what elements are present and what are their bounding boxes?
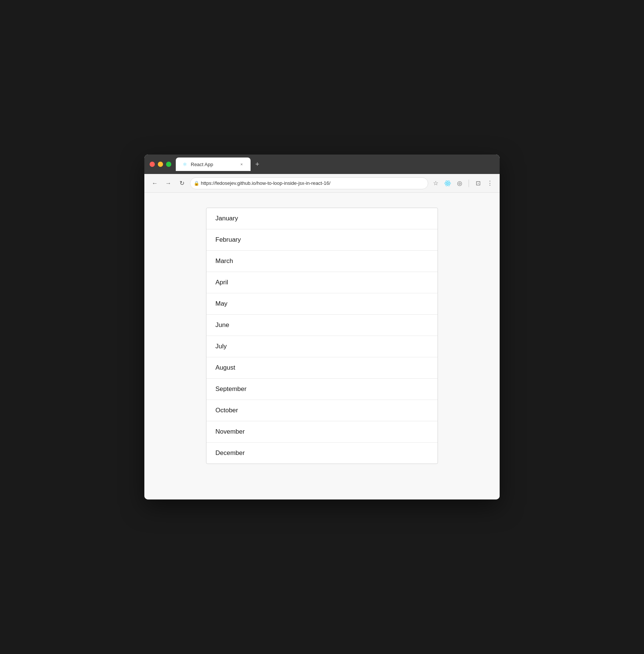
minimize-button[interactable] (158, 162, 163, 167)
address-input-wrapper: 🔒 (190, 177, 428, 189)
maximize-button[interactable] (166, 162, 171, 167)
list-item: March (206, 251, 438, 272)
close-button[interactable] (150, 162, 155, 167)
bookmark-icon[interactable]: ☆ (431, 179, 440, 188)
tab-close-button[interactable]: × (239, 161, 245, 167)
menu-icon[interactable]: ⋮ (485, 179, 494, 188)
list-item: August (206, 357, 438, 379)
list-item: October (206, 400, 438, 421)
list-item: July (206, 336, 438, 357)
separator (469, 180, 469, 187)
cast-icon[interactable]: ⊡ (473, 179, 482, 188)
title-bar: ⚛ React App × + (144, 155, 500, 174)
list-item: September (206, 379, 438, 400)
tab-title: React App (191, 162, 236, 167)
list-item: May (206, 293, 438, 315)
months-table: JanuaryFebruaryMarchAprilMayJuneJulyAugu… (206, 208, 438, 464)
address-icons: ☆ ◎ ⊡ ⋮ (431, 179, 494, 188)
list-item: June (206, 315, 438, 336)
back-button[interactable]: ← (150, 178, 160, 189)
list-item: January (206, 208, 438, 229)
traffic-lights (150, 162, 171, 167)
new-tab-button[interactable]: + (252, 159, 263, 169)
forward-button[interactable]: → (163, 178, 174, 189)
svg-point-0 (447, 183, 448, 184)
list-item: December (206, 443, 438, 464)
react-icon: ⚛ (183, 161, 187, 167)
address-bar: ← → ↻ 🔒 ☆ ◎ ⊡ ⋮ (144, 174, 500, 193)
focus-icon[interactable]: ◎ (455, 179, 464, 188)
browser-window: ⚛ React App × + ← → ↻ 🔒 ☆ (144, 155, 500, 499)
list-item: February (206, 229, 438, 251)
list-item: November (206, 421, 438, 443)
refresh-button[interactable]: ↻ (177, 178, 187, 189)
tab-bar: ⚛ React App × + (176, 158, 494, 171)
tab-favicon: ⚛ (182, 161, 188, 167)
react-devtools-icon[interactable] (443, 179, 452, 188)
active-tab[interactable]: ⚛ React App × (176, 158, 251, 171)
address-input[interactable] (190, 177, 428, 189)
lock-icon: 🔒 (194, 181, 199, 186)
page-content: JanuaryFebruaryMarchAprilMayJuneJulyAugu… (144, 193, 500, 499)
list-item: April (206, 272, 438, 293)
